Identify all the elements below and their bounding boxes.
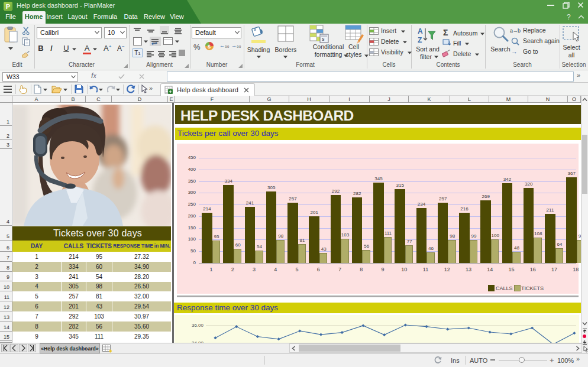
svg-text:Z: Z — [418, 36, 422, 44]
svg-text:$: $ — [208, 44, 211, 50]
svg-text:A: A — [418, 27, 423, 35]
svg-text:s⁢: s⁢ — [322, 36, 325, 42]
